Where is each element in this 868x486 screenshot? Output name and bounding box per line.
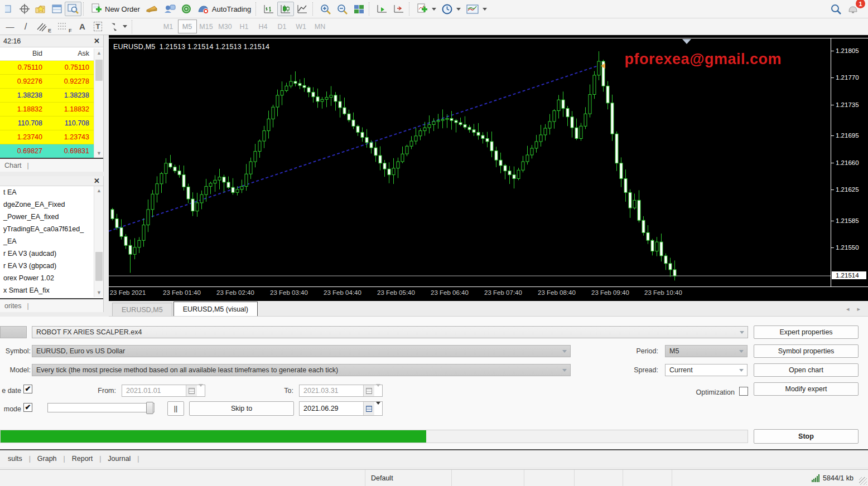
trendline-object[interactable] xyxy=(109,66,597,231)
mail-icon[interactable] xyxy=(143,2,161,16)
stop-button[interactable]: Stop xyxy=(754,429,859,444)
expert-combo[interactable]: ROBOT FX ARIES SCALPER.ex4 xyxy=(32,326,748,338)
price-axis[interactable]: 1.218051.217701.217351.216951.216601.216… xyxy=(831,38,868,286)
scrollbar-thumb[interactable] xyxy=(95,60,103,81)
timeframe-m15[interactable]: M15 xyxy=(197,20,216,33)
model-combo[interactable]: Every tick (the most precise method base… xyxy=(32,364,571,376)
scroll-up-icon[interactable]: ▲ xyxy=(94,186,104,195)
visual-speed-slider[interactable] xyxy=(47,403,155,412)
templates-icon[interactable] xyxy=(464,2,490,16)
time-axis[interactable]: 23 Feb 202123 Feb 01:4023 Feb 02:4023 Fe… xyxy=(109,287,868,301)
text-tool[interactable]: A xyxy=(75,20,90,34)
to-date-field[interactable]: 2021.03.31 xyxy=(299,385,383,397)
tester-tab-graph[interactable]: Graph xyxy=(31,455,64,463)
chart-tab[interactable]: EURUSD,M5 (visual) xyxy=(173,302,258,316)
scrollbar-thumb[interactable] xyxy=(95,252,103,281)
optimization-checkbox[interactable] xyxy=(739,387,748,396)
market-watch-row[interactable]: 1.38238 1.38238 xyxy=(0,89,94,103)
navigator-scrollbar[interactable]: ▲ ▼ xyxy=(94,186,103,297)
ask-column-header[interactable]: Ask xyxy=(47,47,94,60)
navigator-ea-item[interactable]: yTradingEA_ca0a7f61ed_ xyxy=(0,223,94,235)
navigator-ea-item[interactable]: _Power_EA_fixed xyxy=(0,211,94,223)
timeframe-d1[interactable]: D1 xyxy=(273,20,292,33)
timeframe-h4[interactable]: H4 xyxy=(254,20,273,33)
market-watch-scrollbar[interactable]: ▲ ▼ xyxy=(94,48,103,158)
navigator-ea-item[interactable]: orex Power 1.02 xyxy=(0,272,94,284)
scroll-up-icon[interactable]: ▲ xyxy=(94,48,104,57)
market-watch-titlebar[interactable]: 42:16 ✕ xyxy=(0,35,103,47)
timeframe-mn[interactable]: MN xyxy=(311,20,330,33)
scroll-down-icon[interactable]: ▼ xyxy=(94,288,104,297)
market-watch-icon[interactable] xyxy=(49,2,65,16)
timeframe-m30[interactable]: M30 xyxy=(216,20,235,33)
navigator-ea-item[interactable]: _EA xyxy=(0,235,94,247)
navigator-ea-item[interactable]: x Smart EA_fix xyxy=(0,284,94,297)
autotrading-button[interactable]: AutoTrading xyxy=(194,2,254,16)
data-window-icon[interactable] xyxy=(65,2,81,16)
community-icon[interactable] xyxy=(161,2,179,16)
chart-shift-icon[interactable] xyxy=(390,2,407,16)
chart-shift-marker[interactable] xyxy=(682,39,691,44)
expert-selector-stub[interactable] xyxy=(0,326,27,338)
pause-button[interactable]: || xyxy=(167,401,184,416)
expert-properties-button[interactable]: Expert properties xyxy=(754,325,859,339)
crosshair-icon[interactable] xyxy=(17,2,32,16)
bid-column-header[interactable]: Bid xyxy=(0,47,47,60)
resize-grip[interactable] xyxy=(859,477,867,485)
timeframe-m1[interactable]: M1 xyxy=(159,20,178,33)
status-default-profile[interactable]: Default xyxy=(365,470,452,486)
modify-expert-button[interactable]: Modify expert xyxy=(754,382,859,396)
market-watch-row[interactable]: 110.708 110.708 xyxy=(0,116,94,130)
close-icon[interactable]: ✕ xyxy=(94,37,100,45)
visual-mode-checkbox[interactable]: ✔ xyxy=(23,403,32,412)
text-label-tool[interactable]: T xyxy=(90,20,106,34)
period-combo[interactable]: M5 xyxy=(665,345,748,357)
from-date-field[interactable]: 2021.01.01 xyxy=(122,385,205,397)
tab-scroll-right-icon[interactable]: ▸ xyxy=(857,305,860,313)
timeframe-h1[interactable]: H1 xyxy=(235,20,254,33)
market-watch-tab-chart[interactable]: Chart| xyxy=(0,158,103,172)
symbol-combo[interactable]: EURUSD, Euro vs US Dollar xyxy=(32,345,571,357)
fibonacci-tool[interactable]: F xyxy=(54,20,75,34)
chart-tab[interactable]: EURUSD,M5 xyxy=(112,303,172,316)
alerts-icon[interactable]: 1 xyxy=(845,2,861,16)
candlestick-icon[interactable] xyxy=(277,2,294,16)
indicators-icon[interactable] xyxy=(414,2,439,16)
skip-to-date-field[interactable]: 2021.06.29 xyxy=(299,401,383,416)
calendar-icon[interactable] xyxy=(363,385,374,396)
zoom-in-icon[interactable] xyxy=(317,2,334,16)
favorites-icon[interactable] xyxy=(32,2,49,16)
navigator-ea-item[interactable]: r EA V3 (audcad) xyxy=(0,247,94,260)
market-watch-row[interactable]: 0.75110 0.75110 xyxy=(0,61,94,75)
candlestick-chart[interactable] xyxy=(109,38,831,286)
market-watch-row[interactable]: 1.18832 1.18832 xyxy=(0,103,94,116)
chart-plot-area[interactable]: EURUSD,M5 1.21513 1.21514 1.21513 1.2151… xyxy=(109,38,831,286)
scroll-down-icon[interactable]: ▼ xyxy=(94,149,104,158)
equidistant-channel-tool[interactable]: E xyxy=(33,20,54,34)
new-order-button[interactable]: New Order xyxy=(88,2,143,16)
navigator-ea-item[interactable]: r EA V3 (gbpcad) xyxy=(0,260,94,272)
calendar-icon[interactable] xyxy=(186,385,197,396)
tester-tab-sults[interactable]: sults xyxy=(1,455,29,463)
auto-scroll-icon[interactable] xyxy=(374,2,390,16)
horizontal-line-tool[interactable]: — xyxy=(2,20,18,34)
close-icon[interactable]: ✕ xyxy=(94,177,100,185)
market-icon[interactable] xyxy=(179,2,194,16)
periods-icon[interactable] xyxy=(439,2,464,16)
use-date-checkbox[interactable]: ✔ xyxy=(23,385,32,393)
market-watch-row[interactable]: 1.23740 1.23743 xyxy=(0,130,94,144)
tile-windows-icon[interactable] xyxy=(351,2,367,16)
bar-chart-icon[interactable] xyxy=(261,2,277,16)
slider-thumb[interactable] xyxy=(146,402,153,414)
market-watch-row[interactable]: 0.69827 0.69831 xyxy=(0,144,94,158)
notification-badge[interactable]: 1 xyxy=(856,0,865,8)
market-watch-row[interactable]: 0.92276 0.92278 xyxy=(0,75,94,89)
trendline-tool[interactable]: / xyxy=(18,20,33,34)
timeframe-m5[interactable]: M5 xyxy=(178,20,197,33)
search-icon[interactable] xyxy=(828,2,845,16)
spread-combo[interactable]: Current xyxy=(665,364,748,376)
timeframe-w1[interactable]: W1 xyxy=(292,20,311,33)
chart-window-icon[interactable] xyxy=(1,2,17,16)
zoom-out-icon[interactable] xyxy=(334,2,351,16)
navigator-tab-favorites[interactable]: orites| xyxy=(0,298,103,312)
